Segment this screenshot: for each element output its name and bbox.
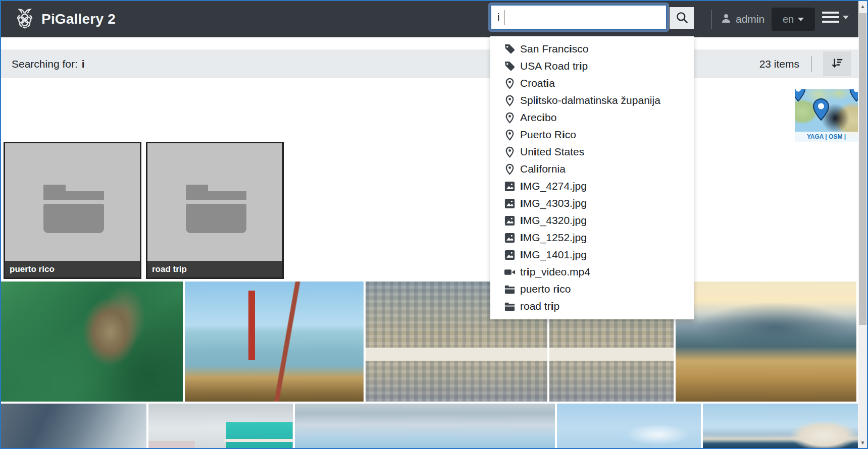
text-cursor bbox=[504, 10, 504, 25]
user-icon bbox=[720, 12, 732, 27]
sort-amount-desc-icon bbox=[831, 57, 844, 71]
folder-name: road trip bbox=[147, 261, 282, 277]
pin-icon bbox=[503, 77, 516, 89]
main-menu-button[interactable] bbox=[822, 12, 849, 23]
tag-icon bbox=[503, 60, 516, 72]
search-suggestion-item[interactable]: IMG_4320.jpg bbox=[490, 212, 694, 229]
search-suggestion-item[interactable]: USA Road trip bbox=[490, 58, 694, 75]
folder-icon bbox=[43, 185, 104, 233]
search-suggestion-item[interactable]: IMG_1252.jpg bbox=[490, 229, 694, 246]
search-icon bbox=[675, 11, 689, 26]
photo-icon bbox=[503, 232, 516, 244]
search-suggestion-item[interactable]: Puerto Rico bbox=[490, 126, 694, 143]
search-suggestions-dropdown: San Francisco USA Road trip Croatia Spli… bbox=[490, 36, 694, 319]
photo-san-juan-skyline[interactable] bbox=[703, 404, 858, 448]
language-selector[interactable]: en bbox=[772, 8, 815, 31]
photo-icon bbox=[503, 249, 516, 261]
tag-icon bbox=[503, 43, 516, 55]
folder-tile-puerto-rico[interactable]: puerto rico bbox=[4, 142, 141, 279]
photo-storm-clouds[interactable] bbox=[1, 404, 146, 448]
search-suggestion-item[interactable]: IMG_4274.jpg bbox=[490, 178, 694, 195]
username: admin bbox=[736, 13, 764, 25]
search-suggestion-item[interactable]: Croatia bbox=[490, 75, 694, 92]
photo-row-2 bbox=[1, 404, 858, 448]
photo-teal-rooftop-building[interactable] bbox=[148, 404, 293, 448]
photo-row-1 bbox=[1, 282, 856, 402]
navbar-divider bbox=[711, 10, 712, 29]
scrollbar-thumb[interactable] bbox=[859, 13, 866, 325]
photo-squirrel-in-ivy[interactable] bbox=[1, 282, 183, 402]
search-suggestion-item[interactable]: San Francisco bbox=[490, 40, 694, 58]
search-suggestion-item[interactable]: California bbox=[490, 160, 694, 178]
searching-for-label: Searching for: bbox=[12, 58, 78, 70]
search-query-text: i bbox=[82, 58, 85, 70]
photo-overcast-sky-panorama[interactable] bbox=[295, 404, 555, 448]
photo-blue-sky-clouds[interactable] bbox=[557, 404, 701, 448]
photo-mountain-sunset[interactable] bbox=[676, 282, 856, 402]
pin-icon bbox=[503, 163, 516, 175]
vertical-scrollbar[interactable]: ▲ ▼ bbox=[858, 1, 867, 448]
search-suggestion-item[interactable]: puerto rico bbox=[490, 280, 694, 298]
search-suggestion-item[interactable]: Splitsko-dalmatinska županija bbox=[490, 92, 694, 109]
status-divider bbox=[811, 56, 812, 72]
app-title: PiGallery 2 bbox=[41, 11, 116, 27]
search-suggestion-item[interactable]: Arecibo bbox=[490, 109, 694, 126]
map-attribution: YAGA | OSM | Mapbox bbox=[795, 132, 858, 142]
pin-icon bbox=[503, 146, 516, 158]
raspberry-pi-icon bbox=[13, 7, 36, 32]
language-selected: en bbox=[783, 14, 794, 25]
photo-icon bbox=[503, 197, 516, 209]
photo-icon bbox=[503, 214, 516, 227]
photo-icon bbox=[503, 180, 516, 192]
pin-icon bbox=[503, 111, 516, 124]
brand[interactable]: PiGallery 2 bbox=[13, 1, 116, 37]
search-box bbox=[490, 5, 667, 30]
search-input[interactable] bbox=[491, 6, 666, 29]
folder-icon bbox=[503, 283, 516, 295]
folder-name: puerto rico bbox=[5, 261, 140, 277]
map-preview-thumbnail[interactable]: YAGA | OSM | Mapbox bbox=[795, 89, 858, 142]
folder-icon bbox=[186, 185, 246, 233]
pigallery-window: PiGallery 2 admin en bbox=[0, 0, 868, 449]
scroll-down-arrow[interactable]: ▼ bbox=[858, 438, 867, 447]
user-menu[interactable]: admin bbox=[720, 1, 764, 37]
search-suggestion-item[interactable]: IMG_4303.jpg bbox=[490, 195, 694, 212]
hamburger-menu-icon bbox=[822, 12, 839, 23]
map-pin-icon bbox=[795, 89, 809, 104]
navbar: PiGallery 2 admin en bbox=[1, 1, 867, 37]
caret-down-icon bbox=[798, 18, 804, 21]
map-pin-icon bbox=[809, 97, 833, 124]
search-suggestion-item[interactable]: road trip bbox=[490, 298, 694, 315]
video-icon bbox=[503, 266, 516, 278]
folder-icon bbox=[503, 300, 516, 312]
item-count: 23 items bbox=[759, 58, 799, 70]
folder-tile-road-trip[interactable]: road trip bbox=[146, 142, 284, 279]
sort-button[interactable] bbox=[823, 51, 851, 76]
pin-icon bbox=[503, 94, 516, 106]
search-button[interactable] bbox=[670, 7, 694, 29]
search-suggestion-item[interactable]: trip_video.mp4 bbox=[490, 263, 694, 280]
pin-icon bbox=[503, 129, 516, 141]
photo-golden-gate-bridge[interactable] bbox=[185, 282, 364, 402]
scroll-up-arrow[interactable]: ▲ bbox=[858, 2, 867, 11]
status-bar: Searching for: i 23 items bbox=[1, 49, 858, 78]
search-suggestion-item[interactable]: IMG_1401.jpg bbox=[490, 246, 694, 263]
search-suggestion-item[interactable]: United States bbox=[490, 143, 694, 160]
map-pin-icon bbox=[846, 89, 858, 104]
caret-down-icon bbox=[843, 16, 849, 19]
